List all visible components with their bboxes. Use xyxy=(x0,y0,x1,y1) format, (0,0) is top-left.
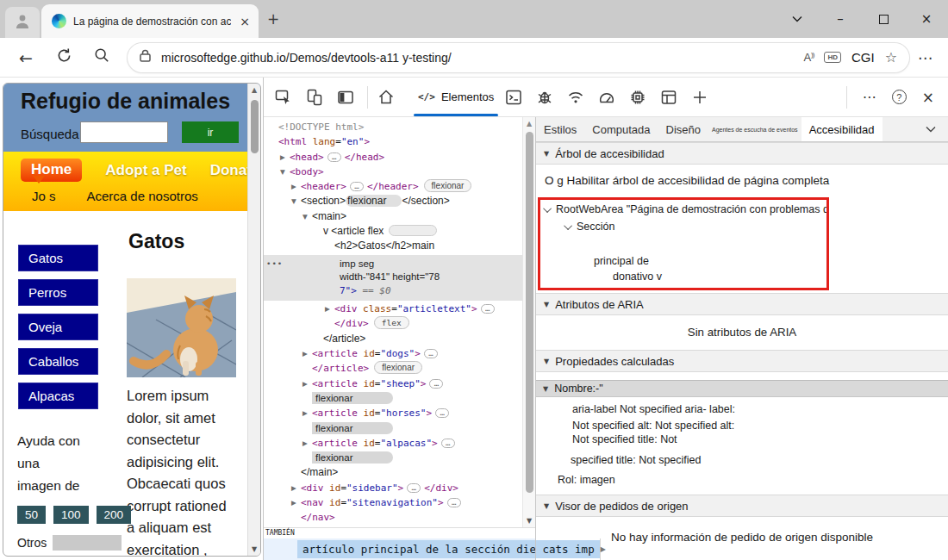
tab-elements[interactable]: </> Elementos xyxy=(408,78,504,116)
memory-icon[interactable] xyxy=(628,88,647,107)
dom-tree-node[interactable]: ▶<article id="sheep">… xyxy=(264,376,522,391)
dom-tree-node[interactable]: </article> xyxy=(264,332,522,346)
devtools-close-icon[interactable]: × xyxy=(922,89,934,106)
tab-close-icon[interactable]: × xyxy=(238,15,252,28)
devtools-more-icon[interactable]: ⋯ xyxy=(863,89,876,105)
dom-tree-node[interactable]: ▶<article id="horses">… xyxy=(264,406,522,420)
donate-50-button[interactable]: 50 xyxy=(17,506,46,524)
dom-tree-node[interactable]: <h2>Gatos</h2>main xyxy=(264,239,522,253)
application-icon[interactable] xyxy=(659,88,678,107)
go-button[interactable]: ir xyxy=(182,121,239,143)
dom-tree-node[interactable]: flexionar xyxy=(264,421,522,436)
dom-tree-node[interactable]: flexionar xyxy=(264,391,522,406)
back-icon[interactable]: ← xyxy=(14,48,38,67)
section-accessibility-tree[interactable]: ▼ Árbol de accesibilidad xyxy=(536,142,948,165)
accessibility-tree-row[interactable]: principal de xyxy=(540,255,826,267)
accessibility-tree-row[interactable]: Sección xyxy=(540,221,826,233)
inspect-icon[interactable] xyxy=(274,88,293,107)
scroll-up-icon[interactable]: ▲ xyxy=(523,120,535,128)
section-source-order[interactable]: ▼ Visor de pedidos de origen xyxy=(536,495,948,517)
browser-tab[interactable]: La página de demostración con accesibili… xyxy=(41,4,259,38)
dom-tree-node[interactable]: ▼<section>flexionar</section> xyxy=(264,194,522,208)
tab-actions-chevron-icon[interactable] xyxy=(776,0,819,38)
dom-tree-node[interactable]: </article>flexionar xyxy=(264,361,522,376)
console-icon[interactable] xyxy=(504,88,523,107)
dom-tree-node[interactable]: ▶<nav id="sitenavigation">… xyxy=(264,495,522,510)
favorite-star-icon[interactable]: ☆ xyxy=(885,49,897,65)
sidebar-button-oveja[interactable]: Oveja xyxy=(18,314,98,340)
sidebar-button-alpacas[interactable]: Alpacas xyxy=(18,383,98,409)
dom-tree-node[interactable]: flexionar xyxy=(264,451,522,465)
page-scrollbar-thumb[interactable] xyxy=(251,100,259,153)
network-conditions-icon[interactable] xyxy=(566,88,585,107)
dom-tree-node[interactable]: ▶<header>…</header>flexionar xyxy=(264,179,522,194)
dom-tree[interactable]: <!DOCTYPE html><html lang="en">▶<head>…<… xyxy=(264,120,522,527)
dom-tree-node[interactable]: </div>flex xyxy=(264,316,522,331)
dom-tree-node[interactable]: <html lang="en"> xyxy=(264,134,522,149)
window-controls: – × xyxy=(776,0,948,38)
new-tab-button[interactable]: + xyxy=(267,10,279,28)
minimize-button[interactable]: – xyxy=(819,0,862,38)
tab-accesibilidad[interactable]: Accesibilidad xyxy=(801,117,883,141)
dom-tree-node[interactable]: v <article flex xyxy=(264,224,522,239)
cat-photo xyxy=(127,278,236,377)
sidebar-button-caballos[interactable]: Caballos xyxy=(18,348,98,375)
address-bar[interactable]: microsoftedge.github.io/Demos/devtools-a… xyxy=(128,43,909,72)
dom-tree-node[interactable]: ▶<article id="alpacas">… xyxy=(264,436,522,451)
tab-agentes-de-escucha-de-eventos[interactable]: Agentes de escucha de eventos xyxy=(708,117,801,141)
nav-jo-s[interactable]: Jo s xyxy=(32,189,56,203)
tab-profile-button[interactable] xyxy=(5,7,40,38)
device-emulation-icon[interactable] xyxy=(305,88,324,107)
section-aria-attributes[interactable]: ▼ Atributos de ARIA xyxy=(536,293,948,315)
maximize-button[interactable] xyxy=(862,0,905,38)
donate-100-button[interactable]: 100 xyxy=(53,506,89,524)
hd-badge-icon[interactable]: HD xyxy=(824,52,841,63)
other-amount-input[interactable] xyxy=(53,535,122,551)
dom-tree-node[interactable]: ▼<main> xyxy=(264,209,522,224)
home-icon[interactable] xyxy=(377,88,396,107)
window-close-button[interactable]: × xyxy=(905,0,948,38)
dom-tree-node[interactable]: </main> xyxy=(264,465,522,480)
dom-tree-node[interactable]: ▶<div class="articletext">… xyxy=(264,302,522,316)
read-aloud-icon[interactable]: A)) xyxy=(803,51,814,64)
add-panel-icon[interactable] xyxy=(690,88,709,107)
scroll-down-icon[interactable]: ▼ xyxy=(523,517,535,525)
dom-tree-node[interactable]: ▶<head>…</head> xyxy=(264,150,522,165)
search-input[interactable] xyxy=(80,121,168,143)
donate-200-button[interactable]: 200 xyxy=(97,506,132,524)
accessibility-tree-row[interactable]: RootWebArea "Página de demostración con … xyxy=(540,203,826,215)
performance-icon[interactable] xyxy=(597,88,616,107)
nav-home[interactable]: Home xyxy=(21,159,82,182)
tab-diseño[interactable]: Diseño xyxy=(658,117,708,141)
tab-estilos[interactable]: Estilos xyxy=(536,117,584,141)
accessibility-tree-row[interactable]: donativo v xyxy=(540,271,826,283)
article-line: a aliquam est xyxy=(127,517,227,539)
nav-acerca-de-nosotros[interactable]: Acerca de nosotros xyxy=(87,189,198,203)
scroll-up-icon[interactable]: ▲ xyxy=(248,86,260,94)
sidebar-button-gatos[interactable]: Gatos xyxy=(18,245,98,271)
devtools-help-icon[interactable]: ? xyxy=(892,90,907,104)
nav-adopt-a-pet[interactable]: Adopt a Pet xyxy=(105,162,186,179)
dom-tree-node[interactable]: ▶<div id="sidebar">…</div> xyxy=(264,481,522,495)
debug-icon[interactable] xyxy=(535,88,554,107)
sidebar-button-perros[interactable]: Perros xyxy=(18,279,98,306)
elements-scrollbar[interactable]: ▲ ▼ xyxy=(522,117,535,527)
dom-tree-node[interactable]: ▶<article id="dogs">… xyxy=(264,346,522,361)
page-scrollbar[interactable]: ▲ ▼ xyxy=(247,84,260,556)
enable-full-tree-row[interactable]: O g Habilitar árbol de accesibilidad de … xyxy=(536,165,948,196)
browser-menu-icon[interactable]: ⋯ xyxy=(918,49,932,66)
dock-side-icon[interactable] xyxy=(336,88,355,107)
dom-tree-node[interactable]: <!DOCTYPE html> xyxy=(264,120,522,134)
panel-chevron-icon[interactable] xyxy=(926,117,948,141)
selected-img-element[interactable]: •••imp segwidth-"841" height="787"> == $… xyxy=(264,255,522,302)
scroll-down-icon[interactable]: ▼ xyxy=(248,545,260,553)
url-text[interactable]: microsoftedge.github.io/Demos/devtools-a… xyxy=(161,51,452,65)
dom-tree-node[interactable]: </nav> xyxy=(264,510,522,525)
tab-computada[interactable]: Computada xyxy=(584,117,658,141)
elements-scrollbar-thumb[interactable] xyxy=(526,132,533,493)
refresh-icon[interactable] xyxy=(52,47,76,68)
section-computed-properties[interactable]: ▼ Propiedades calculadas xyxy=(536,350,948,372)
dom-tree-node[interactable]: ▼<body> xyxy=(264,165,522,179)
search-icon[interactable] xyxy=(90,47,114,67)
computed-name-row[interactable]: ▼ Nombre:-" xyxy=(536,380,948,397)
